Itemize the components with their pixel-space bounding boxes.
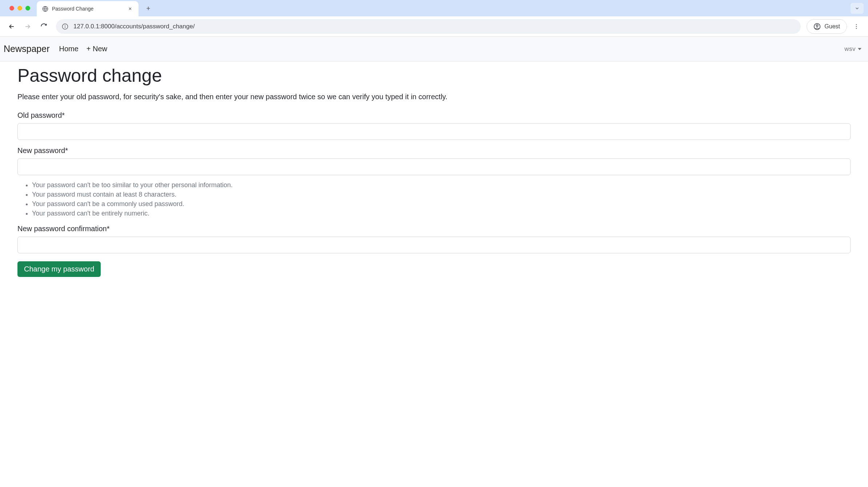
- browser-tab-strip: Password Change: [0, 0, 868, 16]
- svg-point-6: [856, 24, 857, 25]
- chevron-down-icon: [858, 48, 861, 50]
- site-info-icon[interactable]: [62, 23, 68, 30]
- svg-point-7: [856, 26, 857, 27]
- globe-icon: [42, 5, 48, 12]
- person-icon: [813, 23, 821, 30]
- back-button[interactable]: [5, 20, 18, 33]
- password-hint: Your password can't be entirely numeric.: [32, 209, 851, 218]
- old-password-label: Old password*: [17, 111, 851, 120]
- page-title: Password change: [17, 65, 851, 86]
- nav-home-link[interactable]: Home: [59, 45, 78, 53]
- new-password-label: New password*: [17, 146, 851, 155]
- tab-overflow-button[interactable]: [851, 3, 864, 14]
- svg-point-5: [816, 25, 818, 27]
- svg-point-8: [856, 28, 857, 29]
- password-hints: Your password can't be too similar to yo…: [32, 180, 851, 218]
- window-close-button[interactable]: [9, 6, 14, 11]
- browser-toolbar: 127.0.0.1:8000/accounts/password_change/…: [0, 16, 868, 37]
- user-name-label: wsv: [844, 45, 856, 53]
- submit-button[interactable]: Change my password: [17, 261, 101, 277]
- new-tab-button[interactable]: [143, 3, 154, 14]
- window-controls: [9, 6, 30, 11]
- address-bar[interactable]: 127.0.0.1:8000/accounts/password_change/: [56, 19, 801, 34]
- browser-menu-button[interactable]: [850, 20, 863, 33]
- window-maximize-button[interactable]: [25, 6, 30, 11]
- nav-new-link[interactable]: + New: [87, 45, 107, 53]
- reload-button[interactable]: [37, 20, 50, 33]
- user-dropdown[interactable]: wsv: [844, 45, 861, 53]
- confirm-password-label: New password confirmation*: [17, 225, 851, 233]
- url-text: 127.0.0.1:8000/accounts/password_change/: [73, 23, 195, 30]
- window-minimize-button[interactable]: [17, 6, 22, 11]
- profile-button[interactable]: Guest: [807, 19, 847, 34]
- old-password-input[interactable]: [17, 123, 851, 140]
- browser-tab[interactable]: Password Change: [37, 1, 138, 16]
- tab-title: Password Change: [52, 6, 123, 12]
- page-instruction: Please enter your old password, for secu…: [17, 93, 851, 101]
- password-hint: Your password must contain at least 8 ch…: [32, 190, 851, 199]
- close-tab-button[interactable]: [127, 5, 133, 12]
- app-navbar: Newspaper Home + New wsv: [0, 37, 868, 61]
- page-content: Password change Please enter your old pa…: [0, 61, 868, 279]
- password-hint: Your password can't be a commonly used p…: [32, 199, 851, 209]
- confirm-password-input[interactable]: [17, 237, 851, 253]
- password-hint: Your password can't be too similar to yo…: [32, 180, 851, 190]
- profile-label: Guest: [824, 23, 840, 30]
- brand-link[interactable]: Newspaper: [4, 44, 49, 54]
- svg-point-3: [65, 25, 65, 25]
- new-password-input[interactable]: [17, 158, 851, 175]
- forward-button[interactable]: [21, 20, 34, 33]
